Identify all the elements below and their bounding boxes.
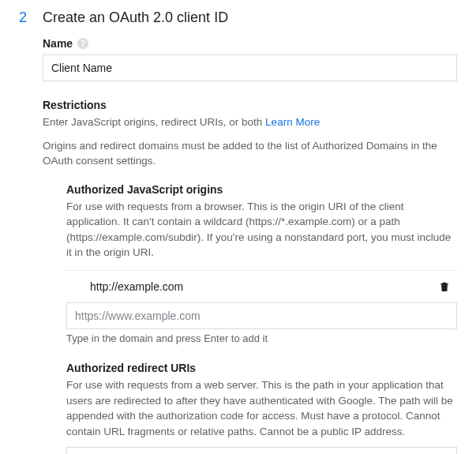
js-origins-title: Authorized JavaScript origins — [66, 183, 457, 196]
redirect-uri-input[interactable]: https://disrupttv.co/wp-admin/options-ge… — [66, 447, 457, 454]
js-origin-hint: Type in the domain and press Enter to ad… — [66, 332, 457, 344]
domains-note-suffix: . — [153, 155, 156, 167]
step-header: 2 Create an OAuth 2.0 client ID — [19, 9, 457, 26]
name-label-row: Name ? — [43, 37, 457, 50]
origin-row: http://example.com — [66, 271, 457, 302]
step-title: Create an OAuth 2.0 client ID — [43, 9, 228, 26]
origin-value: http://example.com — [90, 280, 438, 293]
redirect-uris-title: Authorized redirect URIs — [66, 362, 457, 374]
trash-icon[interactable] — [438, 280, 451, 293]
help-icon[interactable]: ? — [77, 38, 88, 49]
restrictions-desc: Enter JavaScript origins, redirect URIs,… — [43, 114, 457, 130]
learn-more-link[interactable]: Learn More — [265, 116, 320, 128]
js-origins-desc: For use with requests from a browser. Th… — [66, 199, 457, 261]
restrictions-title: Restrictions — [43, 99, 457, 111]
domains-note-prefix: Origins and redirect domains must be add… — [43, 140, 437, 152]
name-input[interactable] — [43, 54, 457, 81]
restrictions-desc-text: Enter JavaScript origins, redirect URIs,… — [43, 116, 265, 128]
redirect-uris-desc: For use with requests from a web server.… — [66, 377, 457, 439]
step-number: 2 — [19, 9, 30, 26]
consent-settings-link[interactable]: OAuth consent settings — [43, 155, 153, 167]
restrictions-domains-note: Origins and redirect domains must be add… — [43, 138, 457, 169]
js-origin-input[interactable] — [66, 302, 457, 329]
name-label: Name — [43, 37, 73, 50]
